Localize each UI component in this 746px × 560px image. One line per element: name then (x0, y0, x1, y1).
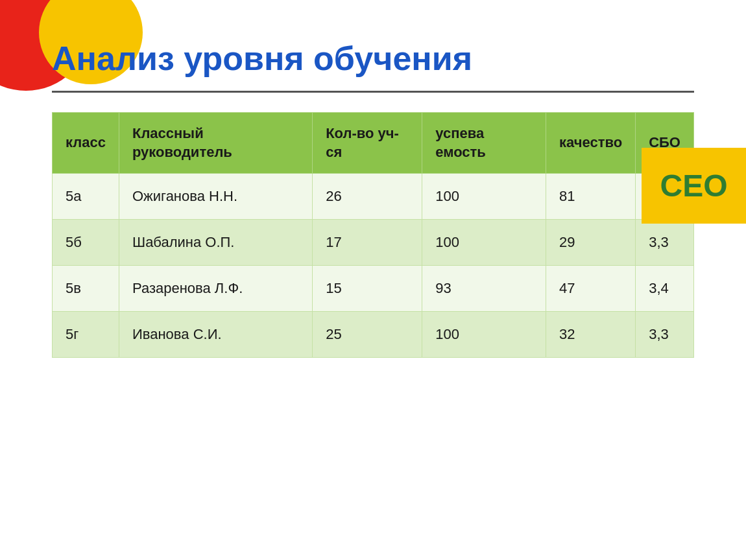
cell-sbo: 3,3 (636, 220, 694, 266)
cell-performance: 100 (422, 174, 546, 220)
ceo-badge: СЕО (642, 148, 746, 224)
cell-quality: 81 (546, 174, 636, 220)
cell-class: 5г (53, 312, 119, 358)
cell-quality: 32 (546, 312, 636, 358)
cell-count: 17 (313, 220, 422, 266)
col-header-teacher: Классный руководитель (119, 113, 312, 174)
table-row: 5гИванова С.И.25100323,3 (53, 312, 694, 358)
cell-count: 26 (313, 174, 422, 220)
cell-performance: 100 (422, 312, 546, 358)
cell-performance: 93 (422, 266, 546, 312)
cell-quality: 47 (546, 266, 636, 312)
col-header-class: класс (53, 113, 119, 174)
table-header-row: класс Классный руководитель Кол-во уч-ся… (53, 113, 694, 174)
cell-performance: 100 (422, 220, 546, 266)
cell-sbo: 3,4 (636, 266, 694, 312)
table-row: 5бШабалина О.П.17100293,3 (53, 220, 694, 266)
cell-count: 15 (313, 266, 422, 312)
cell-quality: 29 (546, 220, 636, 266)
table-row: 5аОжиганова Н.Н.26100814,1 (53, 174, 694, 220)
cell-class: 5б (53, 220, 119, 266)
page-title: Анализ уровня обучения (52, 39, 694, 78)
cell-teacher: Разаренова Л.Ф. (119, 266, 312, 312)
ceo-label: СЕО (660, 168, 727, 204)
main-content: Анализ уровня обучения класс Классный ру… (0, 0, 746, 384)
col-header-quality: качество (546, 113, 636, 174)
cell-teacher: Иванова С.И. (119, 312, 312, 358)
col-header-performance: успева емость (422, 113, 546, 174)
cell-teacher: Шабалина О.П. (119, 220, 312, 266)
table-row: 5вРазаренова Л.Ф.1593473,4 (53, 266, 694, 312)
data-table: класс Классный руководитель Кол-во уч-ся… (52, 112, 694, 358)
col-header-count: Кол-во уч-ся (313, 113, 422, 174)
cell-count: 25 (313, 312, 422, 358)
title-divider (52, 91, 694, 93)
cell-sbo: 3,3 (636, 312, 694, 358)
cell-class: 5а (53, 174, 119, 220)
cell-class: 5в (53, 266, 119, 312)
cell-teacher: Ожиганова Н.Н. (119, 174, 312, 220)
